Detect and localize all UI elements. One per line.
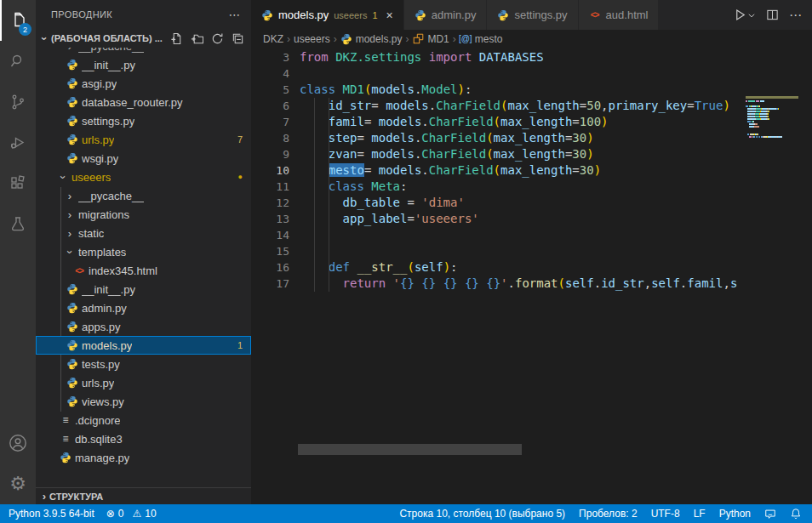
tab-aud.html[interactable]: <>aud.html: [579, 0, 660, 30]
notifications-bell-icon[interactable]: [790, 508, 802, 520]
tab-models.py[interactable]: models.pyuseeers1×: [251, 0, 404, 30]
minimap[interactable]: [746, 96, 798, 139]
outline-section-header[interactable]: › СТРУКТУРА: [36, 487, 251, 504]
python-file-icon: [66, 283, 78, 295]
split-editor-icon[interactable]: [766, 9, 779, 21]
tree-item-migrations[interactable]: ›migrations: [36, 205, 251, 224]
tree-item-label: index345.html: [89, 264, 157, 277]
cursor-position[interactable]: Строка 10, столбец 10 (выбрано 5): [399, 508, 565, 520]
tree-item-useeers[interactable]: ›useeers●: [36, 168, 251, 186]
code-line-5[interactable]: 5class MD1(models.Model):: [251, 82, 812, 98]
new-folder-icon[interactable]: [190, 31, 203, 45]
tree-item-views.py[interactable]: views.py: [36, 392, 251, 411]
tree-item-label: views.py: [82, 395, 124, 408]
tree-item-__init__.py[interactable]: __init__.py: [36, 55, 251, 74]
encoding[interactable]: UTF-8: [651, 508, 680, 520]
tree-item-.dcignore[interactable]: ≡.dcignore: [36, 411, 251, 429]
refresh-icon[interactable]: [210, 31, 224, 45]
more-actions-icon[interactable]: ⋯: [789, 8, 802, 23]
tree-item-label: useeers: [71, 171, 111, 184]
code-line-12[interactable]: 12 db_table = 'dima': [251, 195, 812, 211]
tree-item-db.sqlite3[interactable]: ≡db.sqlite3: [36, 429, 251, 448]
chevron-right-icon: ›: [65, 190, 75, 202]
indent-guide: [314, 98, 315, 292]
tab-label: admin.py: [432, 9, 477, 21]
tree-item-__pycache__[interactable]: ›__pycache__: [36, 186, 251, 205]
tree-item-apps.py[interactable]: apps.py: [36, 317, 251, 336]
eol[interactable]: LF: [694, 508, 706, 520]
code-line-11[interactable]: 11 class Meta:: [251, 179, 812, 195]
file-icon: ≡: [60, 433, 71, 445]
warning-icon: ⚠: [132, 508, 141, 520]
settings-gear-icon[interactable]: ⚙: [0, 463, 36, 504]
code-line-6[interactable]: 6 id_str= models.CharField(max_length=50…: [251, 98, 812, 114]
code-editor[interactable]: 3from DKZ.settings import DATABASES45cla…: [251, 48, 812, 504]
extensions-icon[interactable]: [0, 163, 36, 204]
tree-item-static[interactable]: ›static: [36, 224, 251, 242]
horizontal-scrollbar[interactable]: [298, 444, 522, 455]
code-line-17[interactable]: 17 return '{} {} {} {} {}'.format(self.i…: [251, 276, 812, 292]
tree-item-admin.py[interactable]: admin.py: [36, 298, 251, 317]
code-text: mesto= models.CharField(max_length=30): [300, 162, 601, 179]
breadcrumb-item-MD1[interactable]: MD1: [412, 33, 449, 45]
tree-item-label: urls.py: [82, 134, 114, 146]
run-debug-icon[interactable]: [0, 122, 36, 163]
problems[interactable]: ⊗0⚠10: [106, 508, 157, 520]
error-icon: ⊗: [106, 508, 115, 520]
file-icon: ≡: [60, 414, 71, 426]
code-line-7[interactable]: 7 famil= models.CharField(max_length=100…: [251, 114, 812, 130]
code-line-15[interactable]: 15: [251, 243, 812, 259]
vscode-window: 2: [0, 0, 812, 523]
search-icon[interactable]: [0, 41, 36, 82]
tree-item-urls.py[interactable]: urls.py: [36, 373, 251, 392]
explorer-icon[interactable]: 2: [0, 0, 36, 41]
explorer-badge: 2: [19, 23, 31, 36]
code-line-4[interactable]: 4: [251, 65, 812, 82]
tree-item-models.py[interactable]: models.py1: [36, 336, 251, 355]
source-control-icon[interactable]: [0, 82, 36, 122]
tree-item-urls.py[interactable]: urls.py7: [36, 130, 251, 149]
collapse-all-icon[interactable]: [231, 31, 244, 45]
tree-item-manage.py[interactable]: manage.py: [36, 448, 251, 467]
breadcrumb-item-mesto[interactable]: [@]mesto: [460, 33, 503, 45]
feedback-icon[interactable]: [764, 508, 776, 520]
close-icon[interactable]: ×: [386, 9, 393, 22]
code-line-3[interactable]: 3from DKZ.settings import DATABASES: [251, 49, 812, 65]
tree-item-__init__.py[interactable]: __init__.py: [36, 280, 251, 298]
tab-settings.py[interactable]: settings.py: [487, 0, 578, 30]
breadcrumb-item-models.py[interactable]: models.py: [340, 33, 403, 45]
language-mode[interactable]: Python: [719, 508, 751, 520]
breadcrumb-item-useeers[interactable]: useeers: [294, 33, 330, 45]
python-file-icon: [66, 339, 78, 351]
breadcrumb-item-DKZ[interactable]: DKZ: [263, 33, 283, 45]
account-icon[interactable]: [0, 423, 36, 463]
code-text: app_label='useeers': [300, 211, 479, 227]
run-dropdown-icon: [747, 11, 756, 20]
code-line-14[interactable]: 14: [251, 227, 812, 243]
tree-item-database_roouter.py[interactable]: database_roouter.py: [36, 93, 251, 111]
code-line-16[interactable]: 16 def __str__(self):: [251, 259, 812, 276]
tree-item-templates[interactable]: ›templates: [36, 242, 251, 261]
explorer-more-actions-icon[interactable]: ⋯: [229, 8, 241, 21]
code-line-9[interactable]: 9 zvan= models.CharField(max_length=30): [251, 146, 812, 162]
testing-icon[interactable]: [0, 204, 36, 245]
code-line-13[interactable]: 13 app_label='useeers': [251, 211, 812, 227]
chevron-right-icon: ›: [65, 48, 75, 53]
eol-label: LF: [694, 508, 706, 520]
tab-label: aud.html: [606, 9, 649, 21]
workspace-section-header[interactable]: › (РАБОЧАЯ ОБЛАСТЬ) ...: [36, 29, 251, 48]
tab-admin.py[interactable]: admin.py: [404, 0, 488, 30]
tree-item-wsgi.py[interactable]: wsgi.py: [36, 149, 251, 168]
tree-item-settings.py[interactable]: settings.py: [36, 111, 251, 130]
code-line-8[interactable]: 8 step= models.CharField(max_length=30): [251, 130, 812, 146]
run-button[interactable]: [733, 8, 756, 22]
tree-item-__pycache__[interactable]: ›__pycache__: [36, 48, 251, 55]
python-interpreter[interactable]: Python 3.9.5 64-bit: [9, 508, 94, 520]
tree-item-tests.py[interactable]: tests.py: [36, 355, 251, 373]
code-line-10[interactable]: 10 mesto= models.CharField(max_length=30…: [251, 162, 812, 179]
tree-item-index345.html[interactable]: <>index345.html: [36, 261, 251, 280]
python-file-icon: [340, 33, 352, 45]
tree-item-asgi.py[interactable]: asgi.py: [36, 74, 251, 93]
new-file-icon[interactable]: [169, 31, 183, 45]
indentation[interactable]: Пробелов: 2: [579, 508, 638, 520]
